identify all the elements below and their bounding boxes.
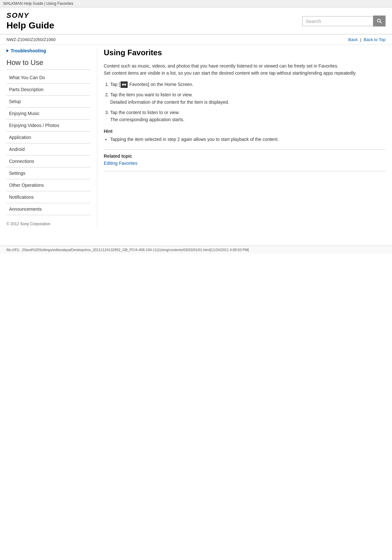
hint-item: Tapping the item selected in step 2 agai… (110, 136, 386, 143)
sidebar-item-what-you-can-do[interactable]: What You Can Do (6, 72, 90, 83)
hint-list: Tapping the item selected in step 2 agai… (110, 136, 386, 143)
search-button[interactable] (373, 16, 386, 26)
list-item: Connections (6, 155, 90, 167)
search-area (302, 16, 386, 26)
intro-text-2: Set content items are visible in a list,… (104, 70, 356, 76)
hint-label: Hint (104, 129, 386, 134)
related-topic-label: Related topic (104, 153, 386, 159)
nav-links: Back | Back to Top (348, 37, 386, 42)
header: SONY Help Guide (0, 7, 392, 35)
back-link[interactable]: Back (348, 37, 358, 42)
step-3-main: Tap the content to listen to or view. (110, 110, 180, 115)
sidebar-item-notifications[interactable]: Notifications (6, 191, 90, 203)
footer-path: file:///F|/...20and%20Settings/editorala… (6, 248, 249, 252)
hint-section: Hint Tapping the item selected in step 2… (104, 129, 386, 143)
model-number: NWZ-Z1040/Z1050/Z1060 (6, 37, 56, 42)
search-input[interactable] (302, 16, 373, 26)
sidebar-item-setup[interactable]: Setup (6, 96, 90, 107)
sidebar-item-settings[interactable]: Settings (6, 167, 90, 179)
related-topic-divider (104, 171, 386, 171)
sidebar-item-other-operations[interactable]: Other Operations (6, 179, 90, 191)
list-item: Enjoying Music (6, 108, 90, 120)
browser-title-text: WALKMAN Help Guide | Using Favorites (3, 1, 73, 6)
list-item: Announcements (6, 203, 90, 215)
step-3: Tap the content to listen to or view. Th… (110, 109, 386, 123)
help-guide-title: Help Guide (6, 20, 54, 31)
sidebar-nav: What You Can Do Parts Description Setup … (6, 72, 90, 215)
step-2-main: Tap the item you want to listen to or vi… (110, 92, 193, 97)
nav-separator: | (360, 37, 361, 42)
list-item: Application (6, 132, 90, 143)
page-title: Using Favorites (104, 48, 386, 57)
step-1: Tap [■■ Favorites] on the Home Screen. (110, 81, 386, 88)
list-item: Settings (6, 167, 90, 179)
header-logo-area: SONY Help Guide (6, 11, 54, 31)
related-topic-section: Related topic Editing Favorites (104, 149, 386, 171)
back-to-top-link[interactable]: Back to Top (364, 37, 386, 42)
step-2: Tap the item you want to listen to or vi… (110, 91, 386, 106)
page-footer: file:///F|/...20and%20Settings/editorala… (0, 246, 392, 254)
sidebar-item-announcements[interactable]: Announcements (6, 203, 90, 215)
sidebar-item-application[interactable]: Application (6, 132, 90, 143)
intro-text-1: Content such as music, videos, and photo… (104, 63, 338, 69)
list-item: Android (6, 143, 90, 155)
sidebar-item-enjoying-music[interactable]: Enjoying Music (6, 108, 90, 119)
copyright: © 2012 Sony Corporation (6, 222, 90, 226)
browser-title-bar: WALKMAN Help Guide | Using Favorites (0, 0, 392, 7)
sidebar-item-enjoying-videos[interactable]: Enjoying Videos / Photos (6, 120, 90, 131)
steps-list: Tap [■■ Favorites] on the Home Screen. T… (110, 81, 386, 123)
sidebar-item-android[interactable]: Android (6, 143, 90, 155)
chevron-right-icon (6, 49, 9, 52)
search-icon (377, 18, 382, 24)
sub-header: NWZ-Z1040/Z1050/Z1060 Back | Back to Top (0, 35, 392, 45)
favorites-icon: ■■ (121, 81, 127, 88)
step-3-detail: The corresponding application starts. (110, 117, 185, 122)
list-item: Enjoying Videos / Photos (6, 120, 90, 132)
troubleshooting-label: Troubleshooting (11, 48, 46, 53)
sidebar: Troubleshooting How to Use What You Can … (6, 48, 97, 226)
step-1-text-after: Favorites] on the Home Screen. (128, 82, 194, 87)
list-item: Parts Description (6, 84, 90, 96)
step-1-text-before: Tap [ (110, 82, 120, 87)
list-item: Other Operations (6, 179, 90, 191)
list-item: Setup (6, 96, 90, 108)
sidebar-item-connections[interactable]: Connections (6, 155, 90, 167)
sidebar-item-parts-description[interactable]: Parts Description (6, 84, 90, 95)
list-item: What You Can Do (6, 72, 90, 84)
list-item: Notifications (6, 191, 90, 203)
svg-point-0 (377, 19, 380, 22)
sony-logo: SONY (6, 11, 54, 20)
intro-paragraph-1: Content such as music, videos, and photo… (104, 62, 386, 77)
content-area: Using Favorites Content such as music, v… (97, 48, 386, 226)
main-layout: Troubleshooting How to Use What You Can … (0, 45, 392, 233)
svg-line-1 (380, 22, 382, 23)
how-to-use-title: How to Use (6, 58, 90, 70)
step-2-detail: Detailed information of the content for … (110, 100, 229, 105)
related-topic-link[interactable]: Editing Favorites (104, 161, 137, 166)
troubleshooting-link[interactable]: Troubleshooting (6, 48, 90, 53)
